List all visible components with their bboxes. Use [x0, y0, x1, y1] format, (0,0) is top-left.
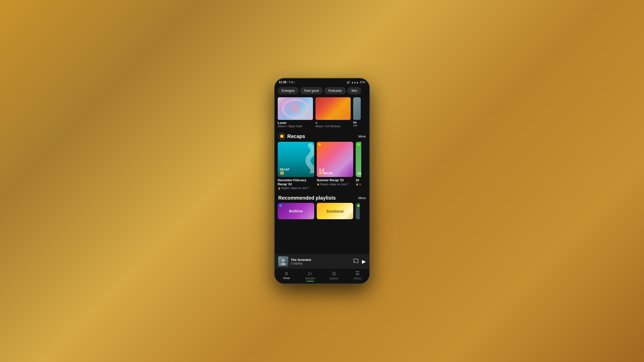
library-icon: ☰ — [355, 270, 360, 276]
status-time: 11:30 — [279, 80, 287, 84]
album-lover[interactable]: Lover Album • Taylor Swift — [278, 97, 313, 128]
playlist-bedtime[interactable]: Bedtime — [278, 203, 314, 219]
recap-partial-sub: 🔒 Jos — [356, 183, 361, 186]
playlist-bedtime-thumb: Bedtime — [278, 203, 314, 219]
cast-button[interactable] — [353, 258, 358, 265]
signal-icon: ▲▲▲ — [351, 81, 359, 84]
now-playing-info: The Scientist Coldplay — [291, 258, 350, 265]
recap-partial-pin — [357, 143, 360, 146]
lock-icon-3: 🔒 — [356, 183, 358, 186]
svg-point-2 — [282, 259, 285, 262]
samples-icon: ▷ — [308, 270, 312, 276]
recaps-more-button[interactable]: More — [358, 134, 366, 138]
nav-explore-label: Explore — [330, 277, 338, 280]
recaps-title: Recaps — [287, 133, 305, 139]
tab-podcasts[interactable]: Podcasts — [324, 87, 346, 94]
bottom-nav: ⌂ Home ▷ Samples ◎ Explore ☰ Library — [275, 268, 369, 284]
recap-dec-feb-sub: 🔒 Playlist • Made for Josh T — [278, 187, 314, 190]
recap-summer-pin — [318, 143, 321, 146]
lock-icon-1: 🔒 — [278, 187, 280, 190]
playlists-more-button[interactable]: More — [358, 196, 366, 200]
album-partial-thumb — [353, 97, 361, 120]
recap-dec-feb-title: December-February Recap '24 — [278, 178, 314, 186]
nav-library[interactable]: ☰ Library — [346, 270, 369, 282]
phone-device: 11:30 ▪ T G • 🔊 ▲▲▲ 37% Energize Feel go… — [274, 78, 370, 284]
playlist-emotional-label: Emotional — [327, 209, 344, 213]
now-playing-bar[interactable]: The Scientist Coldplay ▶ — [275, 254, 369, 268]
album-equals-title: = — [315, 121, 351, 125]
main-scroll[interactable]: Lover Album • Taylor Swift = Album • Ed … — [275, 96, 369, 254]
recap-partial: RECAP 20 🔒 Jos — [356, 142, 361, 190]
album-lover-thumb — [278, 97, 313, 120]
tab-energize[interactable]: Energize — [278, 87, 299, 94]
sound-icon: 🔊 — [347, 81, 350, 84]
nav-home-label: Home — [283, 277, 290, 280]
nav-library-label: Library — [354, 277, 361, 280]
album-equals[interactable]: = Album • Ed Sheeran — [315, 97, 351, 128]
recap-summer-thumb: M ⏪ RECAP — [317, 142, 353, 177]
recaps-row: RECAP ⏪ December-February Recap '24 🔒 Pl… — [275, 142, 369, 192]
playlist-bedtime-label: Bedtime — [289, 209, 303, 213]
album-lover-title: Lover — [278, 121, 313, 125]
album-lover-sub: Album • Taylor Swift — [278, 125, 313, 128]
recaps-header: ⏪ Recaps More — [275, 130, 369, 142]
playlist-emotional-thumb: Emotional — [317, 203, 353, 219]
recap-summer-title: Summer Recap '23 — [317, 178, 353, 183]
recap-dec-feb-thumb: RECAP ⏪ — [278, 142, 314, 177]
album-equals-thumb — [315, 97, 351, 120]
now-playing-controls: ▶ — [353, 258, 366, 265]
nav-samples-label: Samples — [305, 277, 315, 280]
play-button[interactable]: ▶ — [362, 258, 366, 264]
recap-partial-inner: RECAP 20 🔒 Jos — [356, 142, 361, 186]
genre-tabs: Energize Feel good Podcasts Wor — [275, 85, 369, 96]
playlist-emotional[interactable]: Emotional — [317, 203, 353, 219]
now-playing-thumb — [278, 256, 288, 266]
recap-summer-sub: 🔒 Playlist • Made for Josh T — [317, 183, 353, 186]
bottom-spacer — [275, 221, 369, 226]
battery-indicator: 37% — [360, 81, 365, 84]
tab-workout[interactable]: Wor — [347, 87, 361, 94]
albums-row: Lover Album • Taylor Swift = Album • Ed … — [275, 96, 369, 130]
tab-feel-good[interactable]: Feel good — [300, 87, 323, 94]
nav-explore[interactable]: ◎ Explore — [322, 270, 346, 282]
now-playing-artist: Coldplay — [291, 262, 350, 265]
playlist-partial-inner — [356, 203, 360, 219]
status-right: 🔊 ▲▲▲ 37% — [347, 81, 365, 84]
album-partial-sub: Alb — [353, 124, 361, 127]
nav-home[interactable]: ⌂ Home — [275, 270, 298, 282]
samples-indicator — [306, 281, 314, 282]
album-partial-title: He — [353, 121, 361, 124]
nav-samples[interactable]: ▷ Samples — [298, 270, 322, 282]
rewind-icon: ⏪ — [278, 133, 285, 140]
home-icon: ⌂ — [285, 270, 288, 276]
recap-dec-feb[interactable]: RECAP ⏪ December-February Recap '24 🔒 Pl… — [278, 142, 314, 190]
status-bar: 11:30 ▪ T G • 🔊 ▲▲▲ 37% — [275, 78, 369, 85]
recap-summer[interactable]: M ⏪ RECAP Summer Recap '23 🔒 Playlist • … — [317, 142, 353, 190]
lock-icon-2: 🔒 — [317, 183, 319, 186]
recap-partial-thumb: RECAP — [356, 142, 361, 177]
album-partial: He Alb — [353, 97, 361, 128]
explore-icon: ◎ — [332, 270, 336, 276]
app-content: Energize Feel good Podcasts Wor — [275, 85, 369, 284]
playlist-partial-thumb — [356, 203, 360, 219]
playlists-title: Recommended playlists — [278, 195, 336, 201]
recap-partial-title: 20 — [356, 178, 361, 183]
status-left: 11:30 ▪ T G • — [279, 80, 295, 84]
recap-dec-pin — [279, 143, 282, 146]
now-playing-title: The Scientist — [291, 258, 350, 262]
recaps-title-row: ⏪ Recaps — [278, 133, 305, 140]
status-carrier: ▪ T G • — [288, 81, 295, 84]
playlists-row: Bedtime Emotional — [275, 203, 369, 221]
svg-point-3 — [281, 263, 286, 265]
album-equals-sub: Album • Ed Sheeran — [315, 125, 351, 128]
playlists-header: Recommended playlists More — [275, 192, 369, 203]
svg-point-1 — [290, 104, 300, 114]
playlist-partial — [356, 203, 360, 219]
